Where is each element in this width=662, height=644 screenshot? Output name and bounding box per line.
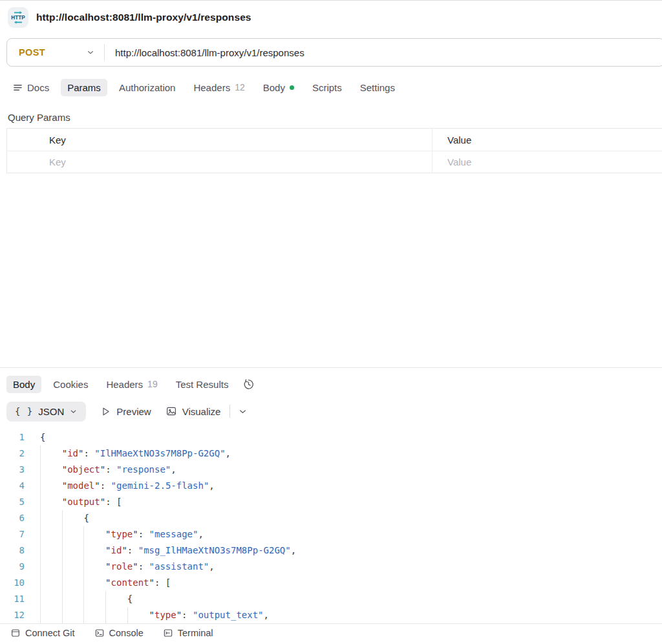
code-token: object <box>67 464 100 475</box>
tab-headers[interactable]: Headers 12 <box>187 79 251 96</box>
tab-params[interactable]: Params <box>61 79 107 96</box>
method-label: POST <box>19 47 45 58</box>
indent-guide <box>127 607 149 623</box>
param-key-input[interactable] <box>49 156 412 167</box>
visualize-label: Visualize <box>182 406 221 417</box>
code-token: { <box>83 513 89 523</box>
code-token: " <box>176 610 182 620</box>
terminal-icon <box>163 628 173 638</box>
chevron-down-icon <box>69 407 78 416</box>
query-params-table: Key Value <box>6 128 662 173</box>
code-token: id <box>67 448 78 458</box>
value-column-header: Value <box>447 134 471 145</box>
line-number: 9 <box>0 559 40 575</box>
method-select[interactable]: POST <box>7 39 104 66</box>
code-token: , <box>171 464 176 475</box>
query-params-input-row <box>7 151 662 173</box>
format-select-button[interactable]: { } JSON <box>6 402 86 422</box>
indent-guide <box>62 591 84 607</box>
code-token: " <box>62 480 67 491</box>
tab-cookies-label: Cookies <box>53 379 88 390</box>
tab-test-results-label: Test Results <box>176 379 229 390</box>
code-line-content: "content": [ <box>40 575 171 591</box>
preview-button[interactable]: Preview <box>100 406 151 417</box>
console-button[interactable]: Console <box>94 628 144 638</box>
request-title: http://localhost:8081/llm-proxy/v1/respo… <box>36 12 251 23</box>
chevron-down-icon[interactable] <box>238 407 248 416</box>
url-input[interactable] <box>105 47 662 58</box>
play-icon <box>100 406 111 417</box>
request-response-spacer <box>0 173 662 367</box>
line-number: 8 <box>0 542 40 559</box>
code-token: content <box>111 577 149 588</box>
code-token: { <box>127 594 133 604</box>
code-token: " <box>100 497 105 507</box>
tab-body[interactable]: Body <box>257 79 301 96</box>
indent-guide <box>62 575 84 591</box>
indent-guide <box>105 591 127 607</box>
code-token: : [ <box>155 577 171 588</box>
history-button[interactable] <box>236 375 261 394</box>
tab-authorization-label: Authorization <box>119 82 176 93</box>
code-token: "message" <box>149 529 198 539</box>
terminal-label: Terminal <box>178 628 213 638</box>
indent-guide <box>40 591 62 607</box>
indent-guide <box>83 607 105 623</box>
tab-cookies[interactable]: Cookies <box>47 376 94 393</box>
line-number: 12 <box>0 607 40 623</box>
indent-guide <box>83 591 105 607</box>
image-icon <box>166 405 177 417</box>
indent-guide <box>40 494 62 510</box>
indent-guide <box>40 526 62 542</box>
code-token: : <box>182 610 193 620</box>
indent-guide <box>40 559 62 575</box>
code-line: 10"content": [ <box>0 575 662 591</box>
indent-guide <box>83 575 105 591</box>
tab-response-headers-label: Headers <box>106 379 143 390</box>
param-value-input[interactable] <box>447 156 654 167</box>
line-number: 1 <box>0 429 40 445</box>
code-token: type <box>111 529 133 539</box>
code-token: " <box>122 545 127 555</box>
indent-guide <box>83 542 105 559</box>
code-line: 9"role": "assistant", <box>0 559 662 575</box>
visualize-button[interactable]: Visualize <box>166 405 221 417</box>
code-token: " <box>62 497 67 507</box>
http-request-icon: HTTP <box>8 7 28 28</box>
code-line-content: { <box>40 429 45 445</box>
indent-guide <box>62 510 84 526</box>
code-token: : <box>105 464 116 475</box>
line-number: 6 <box>0 510 40 526</box>
code-token: " <box>105 529 111 539</box>
connect-git-button[interactable]: Connect Git <box>10 628 75 638</box>
tab-response-body[interactable]: Body <box>6 376 41 393</box>
indent-guide <box>40 445 62 462</box>
code-token: " <box>105 545 111 555</box>
code-token: role <box>111 561 133 572</box>
code-token: " <box>62 448 67 458</box>
tab-scripts[interactable]: Scripts <box>306 79 348 96</box>
terminal-button[interactable]: Terminal <box>163 628 213 638</box>
code-editor[interactable]: 1{2"id": "IlHMaeXtNO3s7M8Pp-G2GQ",3"obje… <box>0 429 662 623</box>
tab-authorization[interactable]: Authorization <box>112 79 182 96</box>
tab-response-headers[interactable]: Headers 19 <box>100 376 164 393</box>
docs-lines-icon <box>13 83 23 92</box>
query-params-header-row: Key Value <box>7 129 662 151</box>
tab-docs[interactable]: Docs <box>6 79 56 96</box>
format-label: JSON <box>38 406 64 417</box>
indent-guide <box>62 559 84 575</box>
preview-label: Preview <box>116 406 151 417</box>
code-line-content: "id": "IlHMaeXtNO3s7M8Pp-G2GQ", <box>40 445 231 462</box>
code-token: { <box>40 432 45 442</box>
code-token: : <box>127 545 138 555</box>
git-panel-icon <box>10 628 21 638</box>
tab-scripts-label: Scripts <box>312 82 342 93</box>
pane-divider[interactable] <box>0 367 662 368</box>
response-headers-count-badge: 19 <box>147 379 158 389</box>
code-token: , <box>209 561 214 572</box>
url-bar: POST <box>6 38 662 67</box>
tab-test-results[interactable]: Test Results <box>169 376 235 393</box>
code-token: : <box>138 529 149 539</box>
tab-settings[interactable]: Settings <box>354 79 401 96</box>
indent-guide <box>83 526 105 542</box>
